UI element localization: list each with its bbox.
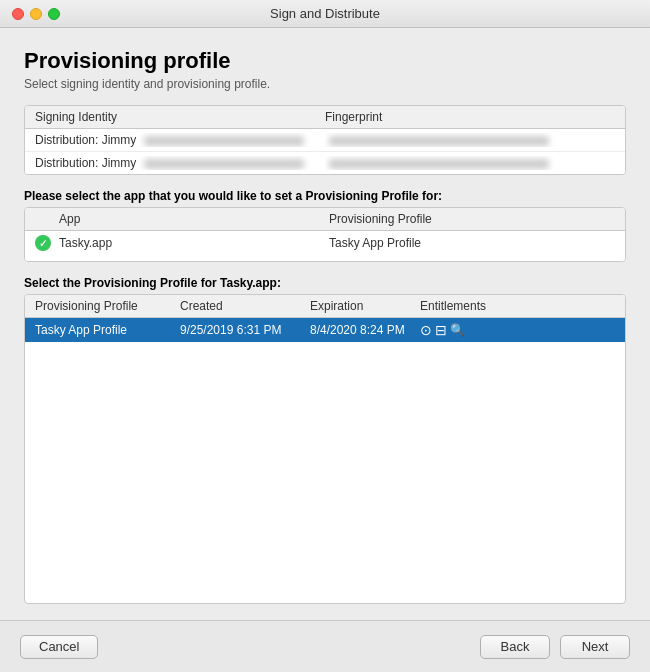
app-header: App Provisioning Profile [25,208,625,231]
entitlement-icon-1[interactable]: ⊙ [420,322,432,338]
page-header: Provisioning profile Select signing iden… [24,48,626,91]
table-row[interactable]: Distribution: Jimmy [25,152,625,174]
next-button[interactable]: Next [560,635,630,659]
app-body: Tasky.app Tasky App Profile [25,231,625,261]
bottom-bar: Cancel Back Next [0,620,650,672]
pp-name-cell: Tasky App Profile [35,323,180,337]
fingerprint-cell [325,156,615,170]
minimize-button[interactable] [30,8,42,20]
main-content: Provisioning profile Select signing iden… [0,28,650,620]
entitlement-icon-3[interactable]: 🔍 [450,323,465,337]
titlebar: Sign and Distribute [0,0,650,28]
back-button[interactable]: Back [480,635,550,659]
profile-body: Tasky App Profile 9/25/2019 6:31 PM 8/4/… [25,318,625,448]
table-row[interactable]: Distribution: Jimmy [25,129,625,152]
blurred-fingerprint [329,136,549,146]
signing-identity-body: Distribution: Jimmy Distribution: Jimmy [25,129,625,174]
app-panel: App Provisioning Profile Tasky.app Tasky… [24,207,626,262]
profile-panel: Provisioning Profile Created Expiration … [24,294,626,604]
blurred-value [144,159,304,169]
identity-cell: Distribution: Jimmy [35,133,325,147]
blurred-value [144,136,304,146]
app-check-icon [35,235,59,251]
app-col-header: App [59,212,329,226]
maximize-button[interactable] [48,8,60,20]
signing-identity-panel: Signing Identity Fingerprint Distributio… [24,105,626,175]
profile-section-label: Select the Provisioning Profile for Task… [24,276,626,290]
signing-identity-col-header: Signing Identity [35,110,325,124]
window-controls [12,8,60,20]
page-subtitle: Select signing identity and provisioning… [24,77,626,91]
pp-expiration-cell: 8/4/2020 8:24 PM [310,323,420,337]
fingerprint-col-header: Fingerprint [325,110,615,124]
identity-cell: Distribution: Jimmy [35,156,325,170]
table-row[interactable]: Tasky App Profile 9/25/2019 6:31 PM 8/4/… [25,318,625,342]
table-row[interactable]: Tasky.app Tasky App Profile [25,231,625,255]
app-section: Please select the app that you would lik… [24,189,626,262]
cancel-button[interactable]: Cancel [20,635,98,659]
pp-name-col-header: Provisioning Profile [35,299,180,313]
close-button[interactable] [12,8,24,20]
blurred-fingerprint [329,159,549,169]
page-title: Provisioning profile [24,48,626,74]
pp-entitlements-cell: ⊙ ⊟ 🔍 [420,322,615,338]
app-profile-cell: Tasky App Profile [329,236,615,250]
app-name-cell: Tasky.app [59,236,329,250]
bottom-bar-right: Back Next [480,635,630,659]
pp-entitlements-col-header: Entitlements [420,299,615,313]
entitlement-icon-2[interactable]: ⊟ [435,322,447,338]
window-title: Sign and Distribute [270,6,380,21]
signing-identity-header: Signing Identity Fingerprint [25,106,625,129]
pp-created-col-header: Created [180,299,310,313]
checkmark-icon [35,235,51,251]
profile-header: Provisioning Profile Created Expiration … [25,295,625,318]
profile-section: Select the Provisioning Profile for Task… [24,276,626,604]
app-icon-spacer [35,212,59,226]
pp-created-cell: 9/25/2019 6:31 PM [180,323,310,337]
bottom-bar-left: Cancel [20,635,480,659]
profile-col-header: Provisioning Profile [329,212,615,226]
pp-expiration-col-header: Expiration [310,299,420,313]
app-section-label: Please select the app that you would lik… [24,189,626,203]
entitlement-icons: ⊙ ⊟ 🔍 [420,322,615,338]
fingerprint-cell [325,133,615,147]
